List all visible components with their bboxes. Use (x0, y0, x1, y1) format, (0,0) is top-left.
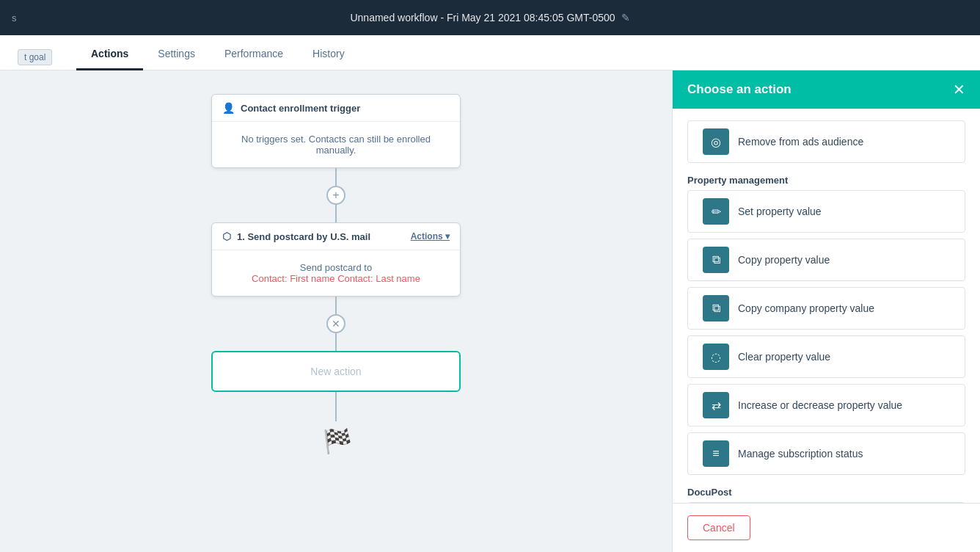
action-icon-copy-company: ⧉ (703, 295, 729, 322)
send-node-icon: ⬡ (222, 230, 231, 242)
action-label-manage-subscription: Manage subscription status (738, 448, 863, 460)
connector-line-4 (335, 333, 337, 351)
action-icon-increase-property: ⇄ (703, 392, 729, 418)
action-item-manage-subscription[interactable]: ≡ Manage subscription status (687, 432, 965, 475)
new-action-node[interactable]: New action (211, 351, 461, 392)
connector-line-5 (335, 392, 337, 421)
send-node-body: Send postcard to Contact: First name Con… (212, 250, 460, 296)
remove-connector: ✕ (326, 297, 345, 351)
tab-actions[interactable]: Actions (76, 39, 143, 70)
action-item-copy-company[interactable]: ⧉ Copy company property value (687, 287, 965, 330)
connector-line-2 (335, 205, 337, 222)
action-label-set-property: Set property value (738, 206, 822, 217)
action-item-copy-property[interactable]: ⧉ Copy property value (687, 239, 965, 281)
remove-step-button[interactable]: ✕ (326, 314, 345, 333)
top-nav: s Unnamed workflow - Fri May 21 2021 08:… (0, 0, 980, 35)
send-node-title: 1. Send postcard by U.S. mail (237, 231, 370, 242)
workflow-canvas: 👤 Contact enrollment trigger No triggers… (0, 70, 672, 552)
goal-button[interactable]: t goal (18, 49, 52, 65)
send-node-header: ⬡ 1. Send postcard by U.S. mail Actions … (212, 223, 460, 250)
action-item-set-property[interactable]: ✏ Set property value (687, 190, 965, 233)
action-item-clear-property[interactable]: ◌ Clear property value (687, 335, 965, 378)
section-property-management: Property management (673, 169, 980, 190)
action-label-clear-property: Clear property value (738, 351, 830, 363)
send-body-line1: Send postcard to (222, 262, 450, 273)
panel-body: ◎ Remove from ads audience Property mana… (673, 109, 980, 503)
action-label-remove-ads: Remove from ads audience (738, 136, 863, 148)
trigger-node-header: 👤 Contact enrollment trigger (212, 95, 460, 122)
connector-line-1 (335, 168, 337, 186)
trigger-node: 👤 Contact enrollment trigger No triggers… (211, 94, 461, 168)
edit-title-icon[interactable]: ✎ (621, 12, 630, 23)
add-step-button[interactable]: + (326, 186, 345, 205)
action-item-increase-property[interactable]: ⇄ Increase or decrease property value (687, 384, 965, 426)
tab-performance[interactable]: Performance (210, 39, 298, 70)
trigger-body: No triggers set. Contacts can still be e… (212, 122, 460, 167)
action-icon-manage-subscription: ≡ (703, 440, 729, 467)
panel-footer: Cancel (673, 503, 980, 552)
action-label-increase-property: Increase or decrease property value (738, 399, 902, 411)
trigger-icon: 👤 (222, 102, 235, 114)
send-node-left: ⬡ 1. Send postcard by U.S. mail (222, 230, 370, 242)
trigger-title: Contact enrollment trigger (241, 103, 360, 114)
node-actions-button[interactable]: Actions ▾ (411, 231, 450, 242)
tab-bar: t goal Actions Settings Performance Hist… (0, 35, 980, 70)
finish-connector (335, 392, 337, 421)
finish-flag: 🏁 (323, 427, 349, 455)
action-label-copy-property: Copy property value (738, 254, 830, 266)
tab-settings[interactable]: Settings (143, 39, 210, 70)
panel-title: Choose an action (687, 82, 791, 97)
tab-history[interactable]: History (298, 39, 359, 70)
cancel-button[interactable]: Cancel (687, 515, 750, 540)
nav-left-label: s (12, 12, 17, 23)
connector-line-3 (335, 297, 337, 314)
send-contact-line: Contact: First name Contact: Last name (222, 273, 450, 284)
action-icon-clear-property: ◌ (703, 344, 729, 370)
panel-header: Choose an action ✕ (673, 70, 980, 109)
right-panel: Choose an action ✕ ◎ Remove from ads aud… (672, 70, 980, 552)
panel-close-button[interactable]: ✕ (953, 82, 965, 97)
add-connector: + (326, 168, 345, 222)
action-icon-copy-property: ⧉ (703, 247, 729, 273)
new-action-label: New action (310, 366, 361, 377)
workflow-title-bar: Unnamed workflow - Fri May 21 2021 08:45… (350, 12, 629, 23)
action-icon-remove-ads: ◎ (703, 128, 729, 155)
section-docupost: DocuPost (673, 481, 980, 502)
action-label-copy-company: Copy company property value (738, 302, 874, 314)
action-icon-set-property: ✏ (703, 198, 729, 225)
workflow-title-text: Unnamed workflow - Fri May 21 2021 08:45… (350, 12, 615, 23)
action-item-remove-ads[interactable]: ◎ Remove from ads audience (687, 120, 965, 163)
send-node: ⬡ 1. Send postcard by U.S. mail Actions … (211, 222, 461, 297)
main-area: 👤 Contact enrollment trigger No triggers… (0, 70, 980, 552)
